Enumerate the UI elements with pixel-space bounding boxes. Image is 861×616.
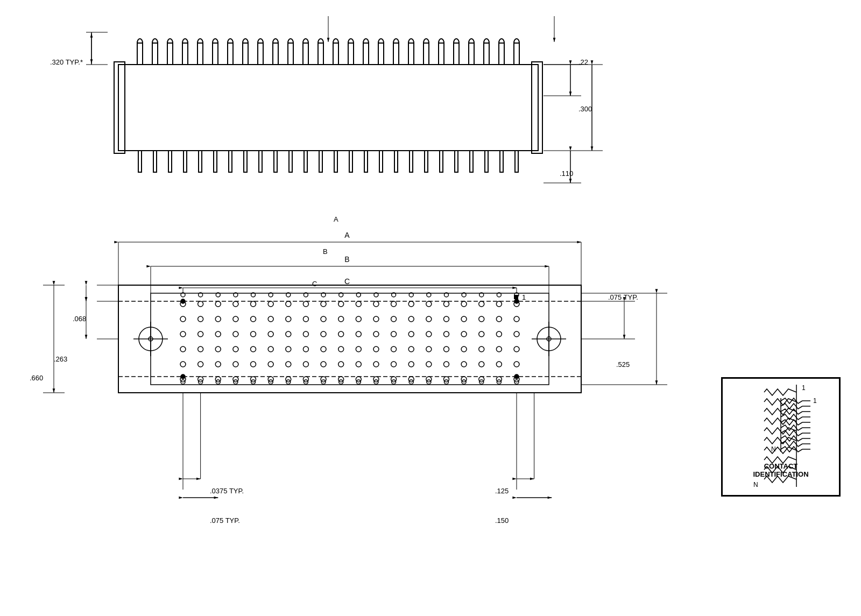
svg-text:1: 1 (813, 397, 817, 405)
dim-320-typ: .320 TYP.* (50, 58, 83, 66)
svg-text:N: N (771, 445, 776, 453)
contact-id-box: 1 N CONTACT IDENTIFICATION (722, 378, 840, 496)
contact-id-diagram: 1 N (727, 395, 835, 460)
dim-B: B (323, 247, 328, 256)
dim-0375-typ: .0375 TYP. (210, 487, 244, 495)
dim-075-typ: .075 TYP. (608, 293, 638, 301)
dim-22: .22 (578, 58, 588, 66)
dim-A: A (334, 215, 338, 223)
dim-263: .263 (54, 355, 67, 363)
dim-660: .660 (30, 374, 43, 382)
dim-068: .068 (73, 315, 86, 323)
dim-125: .125 (495, 487, 509, 495)
dim-300: .300 (578, 105, 592, 113)
dim-110: .110 (560, 169, 573, 178)
dim-C: C (312, 280, 317, 288)
dim-525: .525 (616, 360, 630, 369)
dim-150: .150 (495, 516, 509, 525)
contact-id-label: CONTACT IDENTIFICATION (753, 462, 808, 478)
dim-075-typ2: .075 TYP. (210, 516, 240, 525)
